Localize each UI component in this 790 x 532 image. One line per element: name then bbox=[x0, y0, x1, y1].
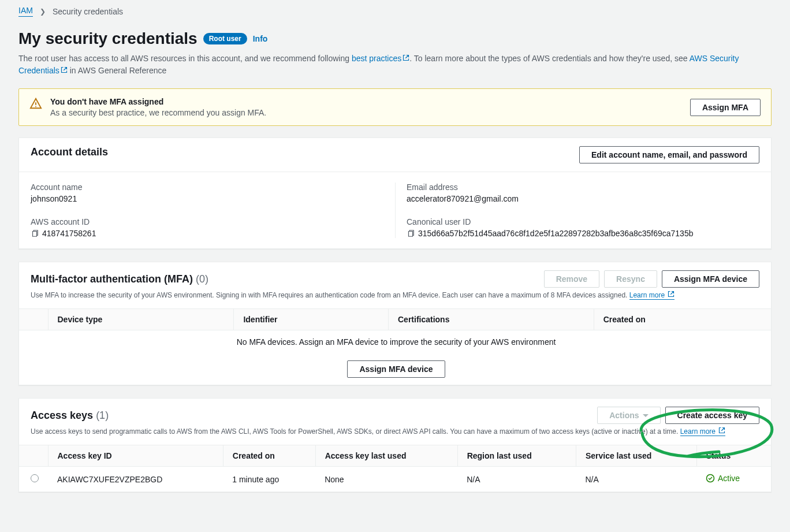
account-id-label: AWS account ID bbox=[31, 217, 383, 226]
canonical-id-label: Canonical user ID bbox=[407, 217, 759, 226]
cell-last-used: None bbox=[315, 467, 457, 492]
info-link[interactable]: Info bbox=[253, 34, 268, 43]
mfa-alert: You don't have MFA assigned As a securit… bbox=[18, 88, 772, 126]
account-id-value: 418741758261 bbox=[42, 229, 96, 238]
actions-dropdown: Actions bbox=[597, 407, 660, 424]
external-link-icon bbox=[61, 66, 68, 73]
breadcrumb: IAM ❯ Security credentials bbox=[18, 6, 772, 17]
desc-text-1: The root user has access to all AWS reso… bbox=[18, 54, 352, 63]
col-last-used: Access key last used bbox=[315, 445, 457, 467]
cell-access-key-id: AKIAWC7XUFE2VZPE2BGD bbox=[48, 467, 223, 492]
row-radio[interactable] bbox=[31, 474, 39, 482]
mfa-description: Use MFA to increase the security of your… bbox=[31, 290, 675, 300]
check-circle-icon bbox=[706, 474, 715, 483]
keys-learn-more-link[interactable]: Learn more bbox=[680, 427, 726, 436]
access-keys-table: Access key ID Created on Access key last… bbox=[19, 445, 771, 492]
col-identifier: Identifier bbox=[234, 309, 389, 330]
mfa-learn-more-link[interactable]: Learn more bbox=[629, 291, 675, 300]
account-name-label: Account name bbox=[31, 183, 383, 192]
edit-account-button[interactable]: Edit account name, email, and password bbox=[579, 146, 759, 163]
svg-point-0 bbox=[35, 106, 36, 107]
status-badge: Active bbox=[706, 474, 740, 483]
remove-mfa-button: Remove bbox=[544, 270, 599, 288]
external-link-icon bbox=[718, 427, 725, 434]
mfa-panel: Multi-factor authentication (MFA) (0) Re… bbox=[18, 262, 772, 385]
col-status: Status bbox=[696, 445, 771, 467]
email-value: accelerator870921@gmail.com bbox=[407, 194, 759, 203]
col-device-type: Device type bbox=[48, 309, 234, 330]
best-practices-link[interactable]: best practices bbox=[352, 54, 409, 63]
page-title-text: My security credentials bbox=[18, 29, 198, 48]
col-created-on: Created on bbox=[223, 445, 315, 467]
account-details-title: Account details bbox=[31, 146, 108, 158]
account-details-panel: Account details Edit account name, email… bbox=[18, 137, 772, 249]
caret-down-icon bbox=[643, 414, 649, 417]
access-keys-description: Use access keys to send programmatic cal… bbox=[31, 426, 725, 437]
email-label: Email address bbox=[407, 183, 759, 192]
assign-mfa-button[interactable]: Assign MFA bbox=[690, 99, 761, 116]
assign-mfa-device-button[interactable]: Assign MFA device bbox=[662, 270, 759, 288]
canonical-id-value: 315d66a57b2f51d45aad76c8f1d2e5f1a2289728… bbox=[418, 229, 693, 238]
page-description: The root user has access to all AWS reso… bbox=[18, 53, 772, 77]
col-access-key-id: Access key ID bbox=[48, 445, 223, 467]
desc-text-3: in AWS General Reference bbox=[68, 66, 166, 75]
access-keys-title: Access keys (1) bbox=[31, 410, 109, 422]
create-access-key-button[interactable]: Create access key bbox=[665, 407, 759, 424]
assign-mfa-device-center-button[interactable]: Assign MFA device bbox=[347, 360, 445, 378]
warning-icon bbox=[29, 97, 42, 111]
cell-service: N/A bbox=[576, 467, 696, 492]
mfa-empty-message: No MFA devices. Assign an MFA device to … bbox=[19, 330, 771, 354]
root-user-badge: Root user bbox=[203, 33, 247, 44]
desc-text-2: . To learn more about the types of AWS c… bbox=[409, 54, 689, 63]
alert-title: You don't have MFA assigned bbox=[50, 97, 266, 106]
copy-icon[interactable] bbox=[407, 229, 415, 237]
page-title: My security credentials Root user Info bbox=[18, 29, 267, 48]
access-keys-panel: Access keys (1) Actions Create access ke… bbox=[18, 398, 772, 492]
external-link-icon bbox=[668, 291, 675, 297]
cell-created: 1 minute ago bbox=[223, 467, 315, 492]
col-region: Region last used bbox=[457, 445, 576, 467]
account-name-value: johnson0921 bbox=[31, 194, 383, 203]
alert-text: As a security best practice, we recommen… bbox=[50, 108, 266, 117]
chevron-right-icon: ❯ bbox=[40, 8, 46, 16]
external-link-icon bbox=[403, 54, 409, 61]
copy-icon[interactable] bbox=[31, 229, 39, 237]
col-created-on: Created on bbox=[594, 309, 771, 330]
col-certifications: Certifications bbox=[388, 309, 594, 330]
mfa-table: Device type Identifier Certifications Cr… bbox=[19, 308, 771, 385]
table-row: AKIAWC7XUFE2VZPE2BGD 1 minute ago None N… bbox=[19, 467, 771, 492]
col-service: Service last used bbox=[576, 445, 696, 467]
breadcrumb-current: Security credentials bbox=[53, 7, 123, 16]
resync-mfa-button: Resync bbox=[604, 270, 657, 288]
cell-region: N/A bbox=[457, 467, 576, 492]
mfa-title: Multi-factor authentication (MFA) (0) bbox=[31, 273, 208, 285]
breadcrumb-iam[interactable]: IAM bbox=[18, 6, 33, 17]
